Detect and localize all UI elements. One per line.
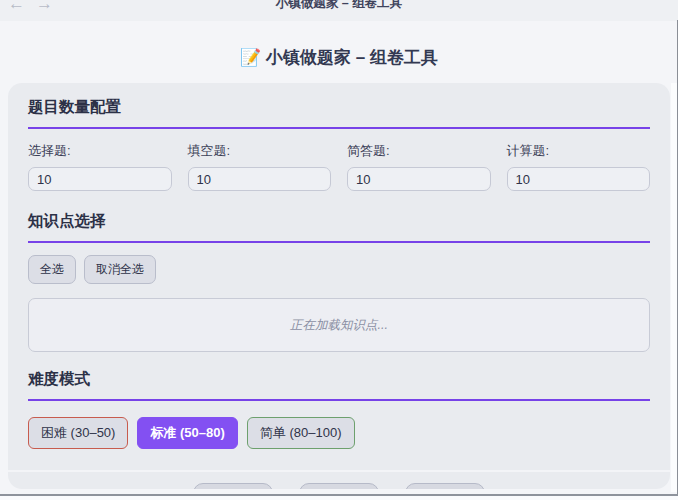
question-count-fields: 选择题: 填空题: 简答题: 计算题: [28, 142, 650, 191]
memo-icon: 📝 [240, 48, 261, 67]
field-fill-blank-questions: 填空题: [188, 142, 332, 191]
field-short-answer-questions: 简答题: [347, 142, 491, 191]
calculation-count-input[interactable] [507, 167, 651, 191]
fill-blank-count-label: 填空题: [188, 142, 332, 160]
footer-divider [8, 470, 670, 472]
main-card: 题目数量配置 选择题: 填空题: 简答题: 计算题: 知识点选择 全选 取消全选 [8, 83, 670, 489]
field-choice-questions: 选择题: [28, 142, 172, 191]
knowledge-point-actions: 全选 取消全选 [28, 255, 650, 284]
select-all-button[interactable]: 全选 [28, 255, 76, 284]
choice-count-label: 选择题: [28, 142, 172, 160]
section-heading-difficulty: 难度模式 [28, 369, 650, 401]
app-window: ← → 小镇做题家 – 组卷工具 📝 小镇做题家 – 组卷工具 题目数量配置 选… [0, 0, 678, 500]
window-bottom-strip [0, 496, 678, 500]
calculation-count-label: 计算题: [507, 142, 651, 160]
choice-count-input[interactable] [28, 167, 172, 191]
footer-actions: 🚀 组卷 💾 保存 📂 加载 [28, 483, 650, 489]
load-button[interactable]: 📂 加载 [405, 483, 485, 489]
loading-status-text: 正在加载知识点... [290, 317, 388, 334]
field-calculation-questions: 计算题: [507, 142, 651, 191]
difficulty-hard-button[interactable]: 困难 (30–50) [28, 417, 128, 449]
assemble-paper-button[interactable]: 🚀 组卷 [193, 483, 273, 489]
section-heading-question-counts: 题目数量配置 [28, 97, 650, 129]
browser-top-bar: ← → 小镇做题家 – 组卷工具 [0, 0, 678, 21]
difficulty-mode-buttons: 困难 (30–50) 标准 (50–80) 简单 (80–100) [28, 417, 650, 449]
page-title-text: 小镇做题家 – 组卷工具 [266, 48, 438, 67]
section-heading-knowledge-points: 知识点选择 [28, 211, 650, 243]
short-answer-count-label: 简答题: [347, 142, 491, 160]
window-title: 小镇做题家 – 组卷工具 [0, 0, 678, 11]
knowledge-point-list: 正在加载知识点... [28, 298, 650, 352]
difficulty-easy-button[interactable]: 简单 (80–100) [247, 417, 355, 449]
deselect-all-button[interactable]: 取消全选 [84, 255, 156, 284]
page-title: 📝 小镇做题家 – 组卷工具 [0, 46, 678, 69]
short-answer-count-input[interactable] [347, 167, 491, 191]
save-button[interactable]: 💾 保存 [299, 483, 379, 489]
fill-blank-count-input[interactable] [188, 167, 332, 191]
difficulty-standard-button[interactable]: 标准 (50–80) [137, 417, 237, 449]
